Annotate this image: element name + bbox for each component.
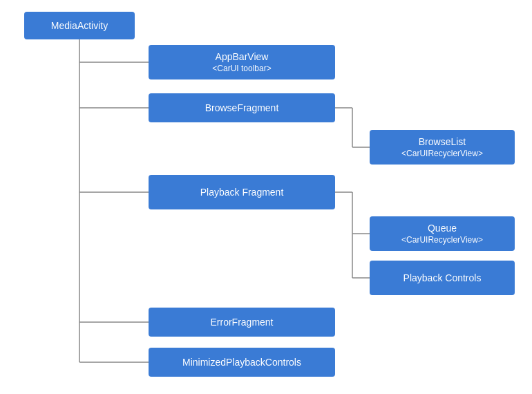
node-label-appbar-view: AppBarView bbox=[216, 51, 269, 62]
node-subtitle-appbar-view: <CarUI toolbar> bbox=[212, 64, 271, 73]
node-appbar-view: AppBarView <CarUI toolbar> bbox=[149, 45, 335, 79]
node-label-error-fragment: ErrorFragment bbox=[210, 317, 273, 328]
node-subtitle-queue: <CarUIRecyclerView> bbox=[401, 235, 483, 245]
node-label-media-activity: MediaActivity bbox=[51, 20, 108, 31]
node-media-activity: MediaActivity bbox=[24, 12, 135, 39]
node-subtitle-browse-list: <CarUIRecyclerView> bbox=[401, 149, 483, 158]
node-playback-controls: Playback Controls bbox=[370, 261, 515, 295]
node-minimized-playback: MinimizedPlaybackControls bbox=[149, 348, 335, 377]
node-browse-fragment: BrowseFragment bbox=[149, 93, 335, 122]
node-label-browse-list: BrowseList bbox=[419, 136, 466, 147]
node-error-fragment: ErrorFragment bbox=[149, 308, 335, 337]
diagram: MediaActivity AppBarView <CarUI toolbar>… bbox=[3, 3, 529, 391]
node-label-playback-controls: Playback Controls bbox=[403, 272, 482, 283]
node-label-minimized-playback: MinimizedPlaybackControls bbox=[182, 357, 301, 368]
node-playback-fragment: Playback Fragment bbox=[149, 175, 335, 209]
node-queue: Queue <CarUIRecyclerView> bbox=[370, 216, 515, 251]
node-browse-list: BrowseList <CarUIRecyclerView> bbox=[370, 130, 515, 165]
node-label-queue: Queue bbox=[428, 223, 457, 234]
node-label-browse-fragment: BrowseFragment bbox=[205, 102, 279, 113]
node-label-playback-fragment: Playback Fragment bbox=[200, 187, 284, 198]
